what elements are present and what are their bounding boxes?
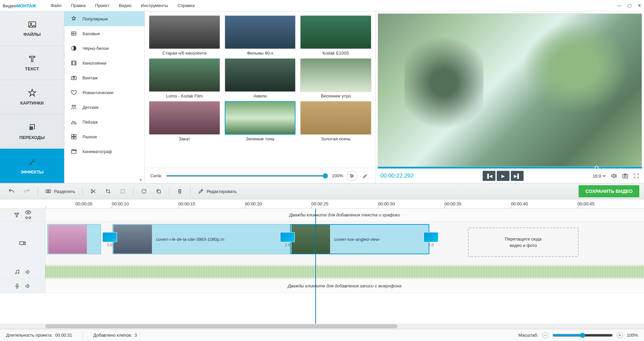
- zoom-slider[interactable]: [552, 333, 613, 338]
- settings-button[interactable]: [347, 171, 357, 181]
- effect-kodak[interactable]: Kodak E100S: [300, 15, 371, 56]
- transition-3[interactable]: 2.0: [424, 232, 438, 247]
- cat-basic[interactable]: Базовые: [64, 26, 145, 41]
- clip-1[interactable]: [47, 224, 101, 254]
- effect-thumb: [149, 58, 220, 92]
- cut-button[interactable]: [87, 186, 100, 197]
- link-icon[interactable]: [25, 215, 32, 220]
- svg-rect-25: [121, 190, 125, 193]
- effect-sunset[interactable]: Закат: [149, 101, 220, 141]
- cat-landscape[interactable]: Пейзаж: [64, 115, 145, 129]
- menu-file[interactable]: Файл: [46, 0, 66, 11]
- volume-icon[interactable]: [610, 173, 617, 179]
- people-icon: [70, 104, 77, 111]
- eye-icon[interactable]: [25, 210, 32, 215]
- redo-icon: [23, 188, 30, 195]
- tab-effects[interactable]: ЭФФЕКТЫ: [0, 149, 64, 183]
- svg-rect-28: [20, 242, 24, 245]
- speaker-icon[interactable]: [25, 269, 31, 275]
- effect-autumn[interactable]: Золотая осень: [300, 101, 371, 141]
- menu-tools[interactable]: Инструменты: [136, 0, 173, 11]
- expand-icon[interactable]: ▼: [139, 178, 143, 182]
- svg-rect-15: [71, 151, 76, 153]
- drop-zone[interactable]: Перетащите сюда видео и фото: [468, 227, 579, 257]
- fullscreen-icon[interactable]: [633, 173, 639, 179]
- edit-button[interactable]: Редактировать: [195, 186, 240, 197]
- track-video-body[interactable]: 2.0 coverr-i-le-de-la-cite-3983-1080p.m …: [45, 221, 644, 265]
- minimize-button[interactable]: —: [617, 3, 622, 8]
- undo-icon: [8, 188, 15, 195]
- transition-2[interactable]: 2.0: [280, 232, 295, 247]
- cat-romantic[interactable]: Романтические: [64, 85, 145, 100]
- cat-misc[interactable]: Разное: [64, 129, 145, 144]
- cat-film[interactable]: Киноплёнки: [64, 56, 145, 70]
- tab-text[interactable]: ТЕКСТ: [0, 46, 64, 80]
- strength-value: 100%: [332, 173, 343, 178]
- rotate-button[interactable]: [138, 186, 150, 197]
- tab-files[interactable]: ФАЙЛЫ: [0, 11, 64, 46]
- frame-button[interactable]: [116, 186, 129, 197]
- track-text-body[interactable]: Дважды кликните для добавления текста и …: [45, 209, 644, 221]
- menu-project[interactable]: Проект: [90, 0, 114, 11]
- track-mic-head: [0, 279, 45, 293]
- tab-transitions[interactable]: ПЕРЕХОДЫ: [0, 115, 64, 149]
- timeline: 00:00:05 00:00:10 00:00:15 00:00:20 00:0…: [0, 199, 644, 329]
- effect-lomo[interactable]: Lomo - Kodak Film: [149, 58, 220, 98]
- svg-point-8: [73, 77, 75, 79]
- play-button[interactable]: ▶: [497, 171, 509, 181]
- redo-button[interactable]: [20, 186, 34, 197]
- speaker-icon[interactable]: [25, 283, 31, 289]
- split-button[interactable]: Разделить: [42, 186, 78, 197]
- cat-vintage[interactable]: Винтаж: [64, 70, 145, 85]
- menu-video[interactable]: Видео: [114, 0, 136, 11]
- tab-pictures[interactable]: КАРТИНКИ: [0, 80, 64, 115]
- effect-old-bw[interactable]: Старая ч/б кинолента: [149, 15, 220, 56]
- star-icon: [28, 88, 37, 98]
- svg-rect-21: [46, 190, 48, 193]
- time-ruler[interactable]: 00:00:05 00:00:10 00:00:15 00:00:20 00:0…: [0, 199, 644, 209]
- track-audio-body[interactable]: [45, 265, 644, 279]
- close-button[interactable]: ✕: [638, 3, 641, 8]
- track-mic-body[interactable]: Дважды кликните для добавления записи с …: [45, 279, 644, 293]
- effect-80s[interactable]: Фильмы 80-х: [225, 15, 296, 56]
- menu-edit[interactable]: Правка: [66, 0, 90, 11]
- seek-bar[interactable]: [378, 167, 642, 168]
- cat-popular[interactable]: Популярные: [64, 11, 145, 26]
- save-video-button[interactable]: СОХРАНИТЬ ВИДЕО: [579, 185, 639, 197]
- crop-button[interactable]: [102, 186, 114, 197]
- snapshot-icon[interactable]: [622, 173, 629, 179]
- tick: 00:00:10: [112, 199, 178, 208]
- effect-amelie[interactable]: Амели: [225, 58, 296, 98]
- split-icon: [45, 188, 51, 194]
- effect-thumb: [300, 15, 371, 49]
- effect-green[interactable]: Зеленые тона: [225, 101, 296, 141]
- cat-bw[interactable]: Чёрно-белое: [64, 41, 145, 56]
- zoom-label: Масштаб:: [519, 333, 538, 338]
- transition-1[interactable]: 2.0: [102, 232, 117, 247]
- undo-button[interactable]: [5, 186, 18, 197]
- clips-count: Добавлено клипов: 3: [93, 333, 137, 338]
- svg-point-18: [351, 177, 352, 178]
- delete-button[interactable]: [173, 186, 186, 197]
- menu-help[interactable]: Справка: [173, 0, 199, 11]
- playhead[interactable]: [315, 209, 316, 324]
- next-button[interactable]: ▶▌: [511, 171, 524, 181]
- magic-button[interactable]: [361, 171, 370, 181]
- zoom-in-button[interactable]: +: [617, 332, 623, 338]
- effect-category-list: Популярные Базовые Чёрно-белое Киноплёнк…: [64, 11, 145, 183]
- prev-button[interactable]: ▐◀: [483, 171, 495, 181]
- svg-rect-12: [74, 134, 76, 136]
- cat-kids[interactable]: Детские: [64, 100, 145, 115]
- svg-rect-22: [49, 190, 51, 193]
- tick: 00:00:40: [511, 199, 577, 208]
- horizontal-scrollbar[interactable]: [0, 324, 644, 329]
- clip-3[interactable]: coverr-low-angled-view-: [290, 224, 429, 254]
- layers-icon: [28, 123, 37, 132]
- cat-cinema[interactable]: Кинематограф: [64, 144, 145, 159]
- maximize-button[interactable]: ▢: [628, 3, 632, 8]
- aspect-selector[interactable]: 16:9: [593, 174, 606, 179]
- zoom-out-button[interactable]: −: [542, 332, 548, 338]
- duplicate-button[interactable]: [152, 186, 165, 197]
- effect-spring[interactable]: Весеннее утро: [300, 58, 371, 98]
- strength-slider[interactable]: [166, 175, 328, 177]
